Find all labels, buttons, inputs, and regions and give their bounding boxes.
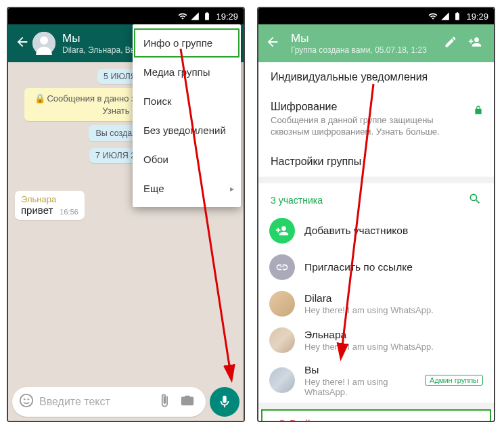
info-header: Мы Группа создана вами, 05.07.18, 1:23 xyxy=(258,24,494,62)
svg-point-4 xyxy=(28,398,29,400)
menu-mute[interactable]: Без уведомлений xyxy=(133,116,241,145)
status-time: 19:29 xyxy=(216,12,238,22)
message-time: 16:56 xyxy=(60,208,78,216)
message-input[interactable]: Введите текст xyxy=(12,387,206,417)
exit-group-button[interactable]: Выйти из группы xyxy=(262,411,490,421)
add-person-icon xyxy=(269,218,295,244)
row-notifications[interactable]: Индивидуальные уведомления xyxy=(258,62,494,92)
back-icon[interactable] xyxy=(15,35,30,52)
info-body: Индивидуальные уведомления Шифрование Со… xyxy=(258,62,494,421)
search-participants-icon[interactable] xyxy=(468,192,482,208)
wifi-icon xyxy=(178,12,187,21)
camera-icon[interactable] xyxy=(176,393,199,411)
group-avatar[interactable] xyxy=(32,32,55,55)
add-participant-icon[interactable] xyxy=(463,35,487,51)
row-group-settings[interactable]: Настройки группы xyxy=(258,147,494,177)
lock-icon: 🔒 xyxy=(35,93,45,104)
message-input-bar: Введите текст xyxy=(8,383,244,421)
menu-wallpaper[interactable]: Обои xyxy=(133,145,241,174)
overflow-menu: Инфо о группе Медиа группы Поиск Без уве… xyxy=(133,24,241,207)
participant-row[interactable]: Эльнара Hey there! I am using WhatsApp. xyxy=(258,322,494,359)
status-bar: 19:29 xyxy=(258,8,494,24)
status-bar: 19:29 xyxy=(8,8,244,24)
wifi-icon xyxy=(428,12,438,21)
input-placeholder: Введите текст xyxy=(39,396,153,408)
participant-row[interactable]: Вы Hey there! I am using WhatsApp. Админ… xyxy=(258,359,494,403)
chat-subtitle: Dilara, Эльнара, Вы xyxy=(62,45,136,55)
phone-chat: 19:29 Мы Dilara, Эльнара, Вы 5 ИЮЛЯ 20 🔒… xyxy=(7,7,245,422)
participant-row[interactable]: Dilara Hey there! I am using WhatsApp. xyxy=(258,285,494,322)
exit-icon xyxy=(271,419,290,421)
link-icon xyxy=(269,254,295,280)
svg-point-3 xyxy=(24,398,25,400)
avatar xyxy=(269,291,295,317)
message-sender: Эльнара xyxy=(21,194,78,204)
phone-group-info: 19:29 Мы Группа создана вами, 05.07.18, … xyxy=(257,7,495,422)
svg-point-2 xyxy=(20,394,32,407)
battery-icon xyxy=(453,12,462,21)
admin-badge: Админ группы xyxy=(425,375,483,386)
mic-button[interactable] xyxy=(210,387,239,417)
signal-icon xyxy=(440,12,450,21)
avatar xyxy=(269,327,295,353)
info-subtitle: Группа создана вами, 05.07.18, 1:23 xyxy=(291,45,427,55)
menu-more[interactable]: Еще▸ xyxy=(133,174,241,203)
emoji-icon[interactable] xyxy=(19,393,34,411)
menu-group-info[interactable]: Инфо о группе xyxy=(135,30,238,56)
lock-icon xyxy=(474,104,483,119)
participants-header: 3 участника xyxy=(258,183,494,212)
row-encryption[interactable]: Шифрование Сообщения в данной группе защ… xyxy=(258,92,494,147)
row-invite-link[interactable]: Пригласить по ссылке xyxy=(258,249,494,285)
info-title: Мы xyxy=(291,32,427,45)
menu-search[interactable]: Поиск xyxy=(133,87,241,116)
chevron-right-icon: ▸ xyxy=(230,184,234,193)
battery-icon xyxy=(202,12,212,21)
edit-icon[interactable] xyxy=(438,35,463,51)
back-icon[interactable] xyxy=(265,35,280,52)
menu-group-media[interactable]: Медиа группы xyxy=(133,58,241,87)
attach-icon[interactable] xyxy=(153,393,176,411)
signal-icon xyxy=(190,12,200,21)
svg-point-1 xyxy=(40,37,48,45)
message-incoming[interactable]: Эльнара привет 16:56 xyxy=(15,191,85,220)
chat-title: Мы xyxy=(62,32,136,45)
avatar xyxy=(269,367,295,393)
row-add-participants[interactable]: Добавить участников xyxy=(258,212,494,249)
status-time: 19:29 xyxy=(466,12,488,22)
message-text: привет xyxy=(21,204,53,216)
